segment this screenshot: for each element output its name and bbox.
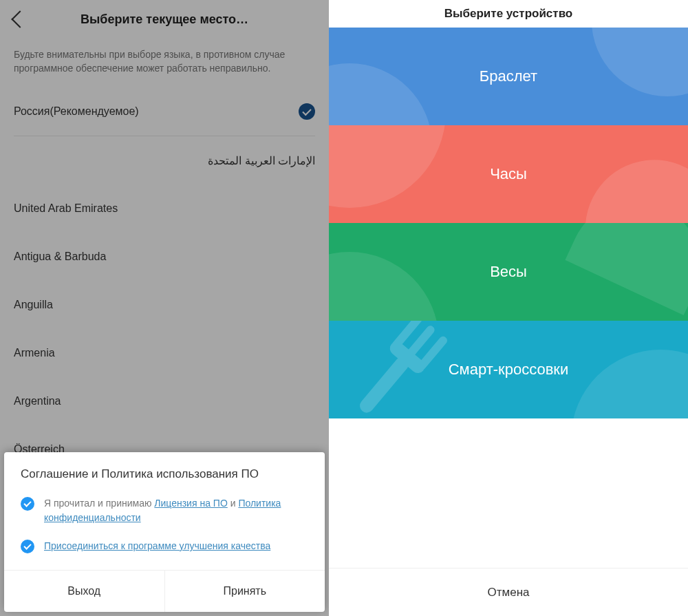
dialog-buttons: Выход Принять bbox=[4, 571, 325, 612]
fork-icon bbox=[331, 321, 465, 418]
agreement-row-improvement[interactable]: Присоединиться к программе улучшения кач… bbox=[4, 535, 325, 563]
device-label: Смарт-кроссовки bbox=[449, 361, 569, 379]
check-icon[interactable] bbox=[21, 497, 34, 511]
page-title: Выберите устройство bbox=[329, 0, 688, 28]
screen-location: Выберите текущее место… Будьте вниматель… bbox=[0, 0, 329, 616]
screen-device: Выберите устройство БраслетЧасыВесыСмарт… bbox=[329, 0, 688, 616]
cancel-button[interactable]: Отмена bbox=[329, 568, 688, 616]
device-card-green[interactable]: Весы bbox=[329, 223, 688, 321]
device-card-blue[interactable]: Браслет bbox=[329, 28, 688, 125]
device-label: Весы bbox=[490, 263, 527, 281]
check-icon[interactable] bbox=[21, 540, 34, 553]
improvement-link[interactable]: Присоединиться к программе улучшения кач… bbox=[44, 540, 270, 551]
exit-button[interactable]: Выход bbox=[4, 571, 164, 612]
agreement-text: Присоединиться к программе улучшения кач… bbox=[44, 539, 270, 553]
text-prefix: Я прочитал и принимаю bbox=[44, 498, 154, 509]
agreement-text: Я прочитал и принимаю Лицензия на ПО и П… bbox=[44, 496, 308, 525]
text-mid: и bbox=[228, 498, 239, 509]
agreement-dialog: Соглашение и Политика использования ПО Я… bbox=[4, 452, 325, 612]
device-card-red[interactable]: Часы bbox=[329, 125, 688, 223]
license-link[interactable]: Лицензия на ПО bbox=[154, 498, 227, 509]
dialog-title: Соглашение и Политика использования ПО bbox=[4, 452, 325, 492]
device-card-teal[interactable]: Смарт-кроссовки bbox=[329, 321, 688, 418]
agreement-row-license[interactable]: Я прочитал и принимаю Лицензия на ПО и П… bbox=[4, 492, 325, 535]
accept-button[interactable]: Принять bbox=[164, 571, 325, 612]
device-label: Часы bbox=[490, 165, 527, 183]
device-label: Браслет bbox=[480, 67, 537, 85]
svg-rect-0 bbox=[357, 354, 412, 415]
device-list: БраслетЧасыВесыСмарт-кроссовки bbox=[329, 28, 688, 418]
